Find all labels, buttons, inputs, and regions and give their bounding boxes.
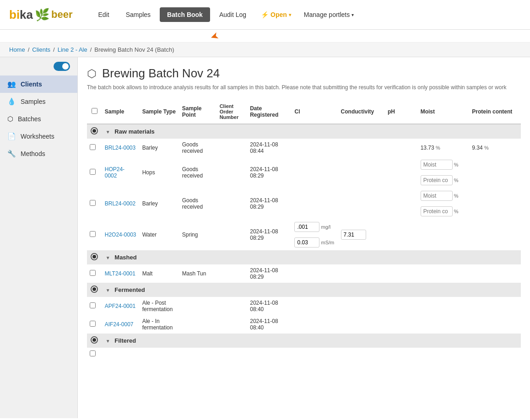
row-checkbox[interactable] (90, 200, 96, 206)
conductivity-cell (338, 297, 385, 315)
breadcrumb-home[interactable]: Home (9, 46, 25, 53)
nav-samples[interactable]: Samples (119, 7, 158, 22)
ph-cell (385, 139, 418, 157)
conductivity-cell (338, 315, 385, 334)
protein-input[interactable] (421, 175, 453, 185)
protein-input-cell: % (418, 172, 470, 188)
sample-point-cell (179, 297, 217, 315)
nav-edit[interactable]: Edit (91, 7, 117, 22)
group-mashed-label: Mashed (114, 254, 136, 261)
sidebar-toggle-btn[interactable] (54, 62, 70, 71)
nav-manage-portlets-dropdown[interactable]: Manage portlets ▾ (298, 7, 359, 22)
row-checkbox[interactable] (90, 350, 96, 356)
header: bika 🌿 beer Edit Samples Batch Book Audi… (0, 0, 530, 30)
sample-type-cell: Barley (140, 188, 179, 219)
moist-cell (418, 297, 470, 315)
protein-cell (418, 219, 470, 250)
batches-icon: ⬡ (7, 115, 13, 123)
sample-link[interactable]: BRL24-0003 (105, 145, 135, 151)
sidebar-item-samples[interactable]: 💧 Samples (0, 93, 77, 110)
sidebar-item-worksheets[interactable]: 📄 Worksheets (0, 128, 77, 145)
ph-input[interactable] (341, 230, 366, 240)
sidebar-methods-label: Methods (21, 150, 45, 157)
group-radio-mashed[interactable] (91, 253, 98, 260)
table-row: H2O24-0003 Water Spring 2024-11-08 08:29… (87, 219, 521, 250)
sample-link[interactable]: AIF24-0007 (105, 321, 134, 328)
protein-input[interactable] (421, 206, 453, 216)
group-radio-fermented[interactable] (91, 285, 98, 293)
nav-open-dropdown[interactable]: ⚡ Open ▾ (255, 7, 297, 22)
row-checkbox[interactable] (90, 231, 96, 237)
protein-value: 9.34 (472, 145, 482, 151)
row-checkbox[interactable] (90, 321, 96, 327)
group-fermented-label: Fermented (114, 286, 145, 293)
row-checkbox[interactable] (90, 169, 96, 175)
cl-cell (292, 157, 338, 188)
protein-cell (469, 315, 521, 334)
batch-table: Sample Sample Type Sample Point Client O… (87, 100, 521, 361)
sample-point-cell (179, 315, 217, 334)
protein-unit: % (454, 178, 459, 183)
col-sample: Sample (102, 100, 140, 124)
protein-unit: % (484, 145, 489, 151)
group-filtered-label: Filtered (114, 337, 136, 344)
date-cell: 2024-11-08 08:44 (247, 139, 292, 157)
row-checkbox[interactable] (90, 270, 96, 276)
group-radio-filtered[interactable] (91, 336, 98, 344)
sidebar-batches-label: Batches (18, 115, 41, 123)
row-checkbox[interactable] (90, 302, 96, 308)
breadcrumb-clients[interactable]: Clients (32, 46, 50, 53)
sidebar-item-methods[interactable]: 🔧 Methods (0, 145, 77, 162)
col-conductivity: Conductivity (338, 100, 385, 124)
cl-input[interactable] (294, 222, 319, 232)
ph-cell (385, 157, 418, 188)
table-row: BRL24-0003 Barley Goods received 2024-11… (87, 139, 521, 157)
sample-link[interactable]: MLT24-0001 (105, 270, 135, 277)
client-order-cell (217, 157, 248, 188)
group-radio-raw-materials[interactable] (91, 127, 98, 135)
ph-cell (385, 188, 418, 219)
samples-icon: 💧 (7, 97, 16, 106)
breadcrumb-sep-2: / (53, 46, 55, 53)
client-order-cell (217, 188, 248, 219)
dropdown-icon-fermented: ▼ (106, 288, 110, 293)
sample-point-cell: Mash Tun (179, 264, 217, 283)
logo-bika-bi: bi (9, 8, 20, 22)
col-moist: Moist (418, 100, 470, 124)
nav-open-label: Open (270, 11, 287, 18)
conductivity-input-cell: mS/m (292, 235, 338, 250)
moist-input-cell: % (418, 157, 470, 172)
nav-audit-log[interactable]: Audit Log (212, 7, 254, 22)
row-checkbox[interactable] (90, 144, 96, 150)
client-order-cell (217, 139, 248, 157)
sample-link[interactable]: APF24-0001 (105, 303, 135, 309)
moist-unit: % (436, 145, 440, 151)
logo: bika 🌿 beer (9, 8, 73, 22)
group-fermented: ▼ Fermented (87, 283, 521, 297)
sidebar-item-clients[interactable]: 👥 Clients (0, 75, 77, 93)
cl-unit: mg/l (321, 224, 330, 230)
sample-type-cell: Barley (140, 139, 179, 157)
client-order-cell (217, 264, 248, 283)
date-cell: 2024-11-08 08:29 (247, 157, 292, 188)
breadcrumb-line2[interactable]: Line 2 - Ale (58, 46, 87, 53)
moist-input[interactable] (421, 160, 453, 170)
conductivity-cell (338, 139, 385, 157)
ph-input-cell (338, 219, 385, 250)
moist-input-cell-2: % (418, 188, 470, 204)
select-all-checkbox[interactable] (92, 108, 97, 114)
sample-type-cell: Malt (140, 264, 179, 283)
date-cell: 2024-11-08 08:29 (247, 188, 292, 219)
nav-batch-book[interactable]: Batch Book (160, 7, 210, 22)
date-cell: 2024-11-08 08:40 (247, 297, 292, 315)
sample-link[interactable]: BRL24-0002 (105, 200, 135, 207)
sidebar-item-batches[interactable]: ⬡ Batches (0, 110, 77, 128)
sample-type-cell: Water (140, 219, 179, 250)
sample-link[interactable]: H2O24-0003 (105, 232, 136, 238)
cl-cell (292, 188, 338, 219)
sample-link[interactable]: HOP24-0002 (105, 166, 124, 179)
conductivity-input[interactable] (294, 237, 319, 248)
conductivity-unit: mS/m (321, 240, 334, 245)
col-client-order: Client Order Number (217, 100, 248, 124)
moist-input[interactable] (421, 191, 453, 201)
